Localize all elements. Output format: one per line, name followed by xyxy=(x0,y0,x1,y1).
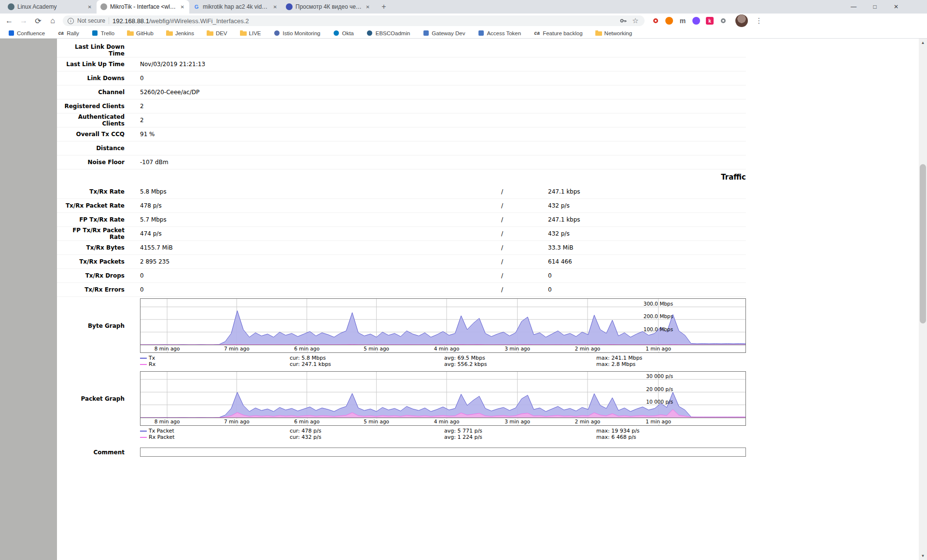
rx-value: 247.1 kbps xyxy=(548,216,580,223)
byte-graph-row: Byte Graph 300.0 Mbps200.0 Mbps100.0 Mbp… xyxy=(57,298,746,353)
property-label: Noise Floor xyxy=(57,159,125,166)
browser-tab-google-search[interactable]: G mikrotik hap ac2 4k video - Goo... ✕ xyxy=(189,0,282,14)
bookmark-label: DEV xyxy=(216,30,227,36)
comment-row: Comment xyxy=(57,445,746,459)
property-value: -107 dBm xyxy=(140,159,169,166)
bookmark-item[interactable]: Gateway Dev xyxy=(422,30,465,37)
bookmark-label: EBSCOadmin xyxy=(376,30,410,36)
tx-value: 474 p/s xyxy=(140,230,501,237)
bookmark-label: Feature backlog xyxy=(543,30,582,36)
reload-button[interactable]: ⟳ xyxy=(32,14,44,27)
slash-separator: / xyxy=(501,216,505,223)
password-key-icon[interactable] xyxy=(619,16,628,25)
bookmark-item[interactable]: EBSCOadmin xyxy=(366,30,410,37)
favicon xyxy=(273,30,280,37)
scroll-up-button[interactable]: ▲ xyxy=(919,39,927,47)
minimize-button[interactable]: — xyxy=(843,0,864,14)
tab-close-icon[interactable]: ✕ xyxy=(272,3,278,11)
bookmark-item[interactable]: Confluence xyxy=(8,30,45,37)
scrollbar[interactable]: ▲ ▼ xyxy=(919,39,927,560)
bookmark-label: Gateway Dev xyxy=(432,30,465,36)
traffic-section-title: Traffic xyxy=(57,173,746,182)
bookmark-item[interactable]: Okta xyxy=(333,30,353,37)
maximize-button[interactable]: □ xyxy=(864,0,885,14)
bookmark-item[interactable]: Jenkins xyxy=(166,30,194,37)
extension-icon[interactable]: k xyxy=(705,16,714,25)
legend-avg: avg: 5 771 p/s xyxy=(444,428,596,434)
window-close-button[interactable]: ✕ xyxy=(885,0,907,14)
graph-plot: 300.0 Mbps200.0 Mbps100.0 Mbps xyxy=(140,299,745,345)
packet-graph-label: Packet Graph xyxy=(57,395,125,402)
property-label: Tx/Rx Packets xyxy=(57,258,125,265)
rx-packet-legend-swatch xyxy=(140,437,147,438)
packet-graph: 30 000 p/s20 000 p/s10 000 p/s 8 min ago… xyxy=(140,371,746,426)
bookmark-item[interactable]: Networking xyxy=(595,30,632,37)
address-bar[interactable]: i Not secure 192.168.88.1/webfig/#Wirele… xyxy=(63,15,645,26)
browser-menu-icon[interactable]: ⋮ xyxy=(755,16,763,25)
property-row: Noise Floor -107 dBm xyxy=(57,155,746,169)
extension-icon[interactable] xyxy=(692,16,701,25)
property-label: FP Tx/Rx Packet Rate xyxy=(57,227,125,240)
rx-value: 0 xyxy=(548,272,552,279)
new-tab-button[interactable]: + xyxy=(378,1,390,13)
back-button[interactable]: ← xyxy=(3,14,15,27)
browser-tab-linux-academy[interactable]: Linux Academy ✕ xyxy=(4,0,97,14)
legend-avg: avg: 1 224 p/s xyxy=(444,434,596,440)
webfig-sidebar xyxy=(0,39,57,560)
traffic-section: Traffic xyxy=(57,169,746,185)
bookmark-item[interactable]: Access Token xyxy=(478,30,521,37)
slash-separator: / xyxy=(501,286,505,293)
bookmark-item[interactable]: Trello xyxy=(92,30,114,37)
traffic-row: FP Tx/Rx Packet Rate 474 p/s / 432 p/s xyxy=(57,227,746,241)
property-label: Channel xyxy=(57,89,125,96)
tab-favicon xyxy=(100,3,107,10)
bookmark-item[interactable]: Istio Monitoring xyxy=(273,30,320,37)
property-value: 0 xyxy=(140,75,144,82)
tx-value: 2 895 235 xyxy=(140,258,501,265)
comment-input[interactable] xyxy=(140,448,746,457)
legend-avg: avg: 556.2 kbps xyxy=(444,362,596,367)
rx-value: 0 xyxy=(548,286,552,293)
forward-button[interactable]: → xyxy=(17,14,30,27)
webfig-main: Last Link Down Time Last Link Up Time No… xyxy=(57,39,919,560)
bookmark-item[interactable]: GitHub xyxy=(127,30,154,37)
bookmark-item[interactable]: caRally xyxy=(57,30,79,37)
tx-value: 5.8 Mbps xyxy=(140,188,501,195)
browser-tab-mikrotik[interactable]: MikroTik - Interface <wlan2> at ... ✕ xyxy=(97,0,189,14)
bookmark-star-icon[interactable]: ☆ xyxy=(631,16,640,25)
extension-icon[interactable]: m xyxy=(678,16,687,25)
home-button[interactable]: ⌂ xyxy=(46,14,59,27)
tab-close-icon[interactable]: ✕ xyxy=(180,3,185,11)
property-row: Distance xyxy=(57,141,746,155)
url-field[interactable]: 192.168.88.1/webfig/#Wireless.WiFi_Inter… xyxy=(112,17,616,25)
extension-icon[interactable] xyxy=(665,16,674,25)
traffic-row: Tx/Rx Packet Rate 478 p/s / 432 p/s xyxy=(57,199,746,213)
property-label: Last Link Down Time xyxy=(57,43,125,57)
tab-favicon: G xyxy=(193,3,200,10)
bookmark-item[interactable]: DEV xyxy=(207,30,227,37)
bookmark-item[interactable]: caFeature backlog xyxy=(534,30,582,37)
security-label: Not secure xyxy=(77,17,105,24)
extension-icon[interactable] xyxy=(651,16,660,25)
x-axis-label: 4 min ago xyxy=(433,419,461,424)
folder-icon xyxy=(207,30,213,37)
property-row: Channel 5260/20-Ceee/ac/DP xyxy=(57,85,746,99)
bookmarks-bar: ConfluencecaRallyTrelloGitHubJenkinsDEVL… xyxy=(0,28,927,39)
browser-tab-dlna-video[interactable]: Просмотр 4К видео через DLN... ✕ xyxy=(282,0,375,14)
site-info-icon[interactable]: i xyxy=(68,18,74,24)
extension-icon[interactable] xyxy=(719,16,728,25)
scrollbar-thumb[interactable] xyxy=(920,164,926,323)
traffic-row: Tx/Rx Rate 5.8 Mbps / 247.1 kbps xyxy=(57,185,746,199)
x-axis-label: 7 min ago xyxy=(223,419,251,424)
property-label: Tx/Rx Packet Rate xyxy=(57,202,125,209)
bookmark-item[interactable]: LIVE xyxy=(240,30,261,37)
tab-close-icon[interactable]: ✕ xyxy=(365,3,371,11)
property-row: Registered Clients 2 xyxy=(57,99,746,113)
property-row: Last Link Up Time Nov/03/2019 21:21:13 xyxy=(57,57,746,71)
profile-avatar[interactable] xyxy=(735,14,748,27)
tab-close-icon[interactable]: ✕ xyxy=(87,3,93,11)
y-axis-label: 100.0 Mbps xyxy=(644,326,673,333)
scroll-down-button[interactable]: ▼ xyxy=(919,552,927,560)
rx-value: 614 466 xyxy=(548,258,572,265)
rx-value: 247.1 kbps xyxy=(548,188,580,195)
